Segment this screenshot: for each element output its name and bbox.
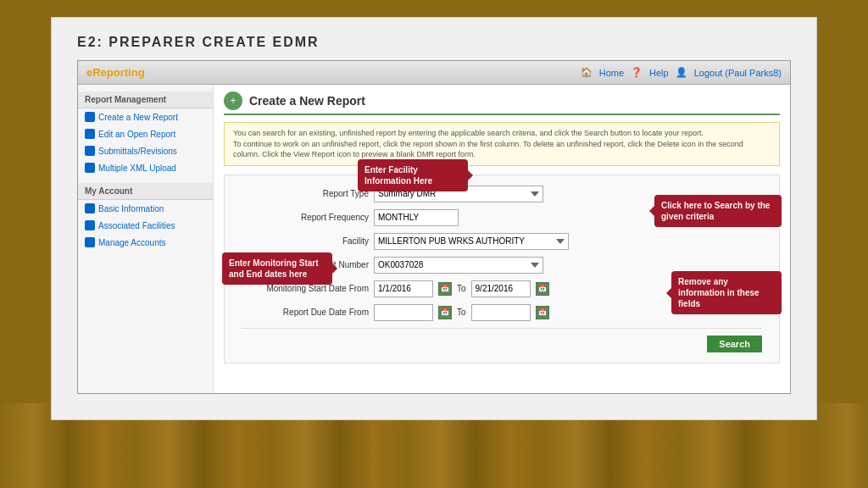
submittals-icon xyxy=(85,146,95,156)
sidebar-item-create-report[interactable]: Create a New Report xyxy=(78,108,213,125)
monitoring-start-to-calendar[interactable]: 📅 xyxy=(536,282,549,296)
sidebar-section-report-management: Report Management xyxy=(78,92,213,108)
report-type-label: Report Type xyxy=(242,189,369,198)
monitoring-start-from-input[interactable] xyxy=(374,280,433,297)
info-box: You can search for an existing, unfinish… xyxy=(224,122,780,166)
search-btn-row: Search xyxy=(242,328,762,352)
edit-report-icon xyxy=(85,129,95,139)
create-report-icon xyxy=(85,112,95,122)
info-text-1: You can search for an existing, unfinish… xyxy=(233,129,704,137)
nav-links: 🏠 Home ❓ Help 👤 Logout (Paul Parks8) xyxy=(581,67,782,78)
facility-select[interactable]: MILLERTON PUB WRKS AUTHORITY xyxy=(374,233,569,250)
sidebar-item-basic-info[interactable]: Basic Information xyxy=(78,200,213,217)
monitoring-start-to-input[interactable] xyxy=(471,280,531,297)
facilities-icon xyxy=(85,220,95,230)
report-due-label: Report Due Date From xyxy=(242,308,369,317)
report-due-to-label: To xyxy=(457,308,466,317)
page-header-title: Create a New Report xyxy=(249,94,365,108)
report-frequency-input[interactable] xyxy=(374,209,459,226)
sidebar-section-my-account: My Account xyxy=(78,183,213,200)
page-header: + Create a New Report xyxy=(224,92,780,115)
app-logo: eReporting xyxy=(86,66,145,79)
search-annotation: Click here to Search by the given criter… xyxy=(654,195,782,227)
sidebar-item-submittals[interactable]: Submittals/Revisions xyxy=(78,142,213,159)
facility-row: Facility MILLERTON PUB WRKS AUTHORITY xyxy=(242,233,762,250)
manage-accounts-icon xyxy=(85,237,95,247)
home-icon: 🏠 xyxy=(581,67,593,78)
monitoring-start-label: Monitoring Start Date From xyxy=(242,284,369,293)
monitoring-start-to-label: To xyxy=(457,284,466,293)
help-icon: ❓ xyxy=(631,67,643,78)
help-link[interactable]: Help xyxy=(649,68,669,78)
slide-container: E2: PREPARER CREATE EDMR eReporting 🏠 Ho… xyxy=(51,17,817,420)
search-button[interactable]: Search xyxy=(707,336,762,352)
sidebar-item-associated-facilities[interactable]: Associated Facilities xyxy=(78,217,213,234)
report-due-from-input[interactable] xyxy=(374,304,433,321)
report-due-from-calendar[interactable]: 📅 xyxy=(438,306,452,319)
facility-label: Facility xyxy=(242,236,369,246)
facility-annotation: Enter Facility Information Here xyxy=(358,159,468,191)
nav-bar: eReporting 🏠 Home ❓ Help 👤 Logout (Paul … xyxy=(78,61,790,85)
sidebar-item-xml-upload[interactable]: Multiple XML Upload xyxy=(78,159,213,176)
content-area: + Create a New Report You can search for… xyxy=(214,85,790,393)
monitoring-annotation: Enter Monitoring Start and End dates her… xyxy=(222,252,332,285)
slide-title: E2: PREPARER CREATE EDMR xyxy=(77,35,791,50)
logout-link[interactable]: Logout (Paul Parks8) xyxy=(694,68,782,78)
logout-icon: 👤 xyxy=(676,67,687,78)
info-text-2: To continue to work on an unfinished rep… xyxy=(233,140,743,159)
main-layout: Report Management Create a New Report Ed… xyxy=(78,85,790,393)
sidebar: Report Management Create a New Report Ed… xyxy=(78,85,214,393)
browser-window: eReporting 🏠 Home ❓ Help 👤 Logout (Paul … xyxy=(77,60,791,394)
report-due-to-input[interactable] xyxy=(471,304,531,321)
report-due-to-calendar[interactable]: 📅 xyxy=(536,306,549,319)
xml-upload-icon xyxy=(85,163,95,173)
report-frequency-label: Report Frequency xyxy=(242,213,369,222)
page-header-icon: + xyxy=(224,92,242,110)
home-link[interactable]: Home xyxy=(599,68,624,78)
sidebar-item-manage-accounts[interactable]: Manage Accounts xyxy=(78,234,213,251)
remove-annotation: Remove any information in these fields xyxy=(671,271,782,314)
sidebar-item-edit-report[interactable]: Edit an Open Report xyxy=(78,125,213,142)
monitoring-start-from-calendar[interactable]: 📅 xyxy=(438,282,452,296)
basic-info-icon xyxy=(85,203,95,214)
permit-number-select[interactable]: OK0037028 xyxy=(374,257,543,274)
